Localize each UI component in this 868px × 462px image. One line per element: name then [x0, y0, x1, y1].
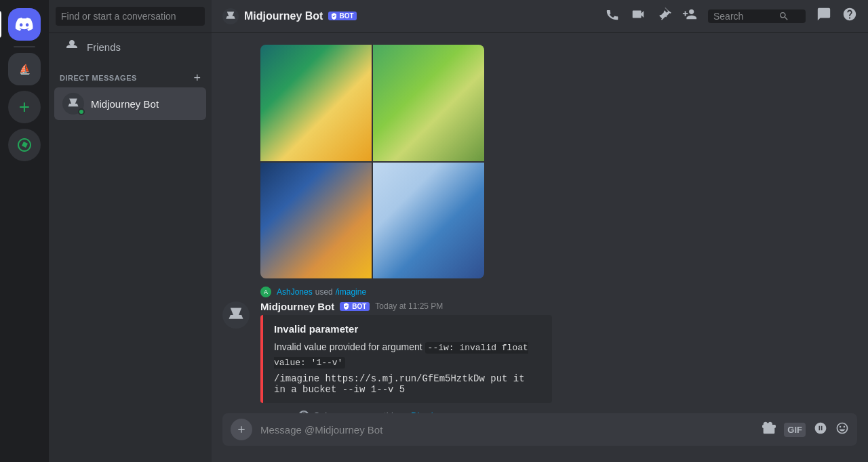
chat-header-left: Midjourney Bot BOT	[222, 8, 597, 24]
dm-search-bar	[49, 0, 212, 33]
chat-input-area: GIF	[212, 413, 868, 462]
bot-avatar	[222, 301, 250, 329]
image-grid	[260, 45, 484, 278]
image-cell-bl	[260, 163, 372, 279]
dm-sidebar: Friends DIRECT MESSAGES + Midjourney Bot	[49, 0, 212, 462]
call-icon[interactable]	[605, 7, 620, 25]
chat-input-field[interactable]	[260, 417, 757, 443]
add-dm-button[interactable]: +	[193, 72, 201, 84]
server-icon-server1[interactable]: ⛵	[8, 53, 41, 85]
friends-label: Friends	[87, 41, 121, 53]
header-verified-badge: BOT	[328, 10, 356, 22]
chat-input-box: GIF	[222, 413, 857, 446]
friends-icon	[65, 40, 79, 54]
chat-input-icons: GIF	[762, 421, 849, 438]
bot-badge-wrapper: BOT	[340, 300, 370, 312]
bot-badge: BOT	[340, 302, 370, 311]
emoji-icon[interactable]	[835, 421, 849, 438]
chat-main: Midjourney Bot BOT	[212, 0, 868, 462]
error-embed: Invalid parameter Invalid value provided…	[260, 315, 552, 403]
used-command-row: A AshJones used /imagine	[212, 284, 868, 299]
eye-icon	[298, 408, 309, 413]
chat-messages: A AshJones used /imagine Midjourney Bot …	[212, 33, 868, 413]
image-cell-tl	[260, 45, 372, 161]
dm-user-name-midjourney: Midjourney Bot	[91, 98, 159, 110]
used-action: used	[315, 287, 333, 297]
bot-message-content: Midjourney Bot BOT Today at 11:25 PM Inv…	[260, 300, 857, 413]
search-icon	[778, 11, 789, 22]
error-title: Invalid parameter	[274, 323, 541, 335]
gif-button[interactable]: GIF	[784, 423, 806, 437]
direct-messages-label: DIRECT MESSAGES	[60, 74, 137, 82]
server1-symbol: ⛵	[19, 64, 31, 75]
server-divider	[14, 46, 35, 47]
header-search	[708, 9, 806, 23]
dm-avatar-midjourney	[62, 93, 84, 114]
friends-item[interactable]: Friends	[54, 35, 206, 60]
status-dot-midjourney	[78, 108, 85, 115]
server-icon-home[interactable]	[8, 8, 41, 41]
bot-message-name[interactable]: Midjourney Bot	[260, 301, 334, 312]
dm-search-input[interactable]	[56, 7, 205, 26]
header-search-input[interactable]	[713, 11, 774, 22]
error-body: Invalid value provided for argument --iw…	[274, 340, 541, 369]
dm-section-header: DIRECT MESSAGES +	[49, 61, 212, 87]
bot-message-error: Midjourney Bot BOT Today at 11:25 PM Inv…	[212, 299, 868, 413]
bot-message-header: Midjourney Bot BOT Today at 11:25 PM	[260, 300, 857, 312]
image-grid-message	[212, 43, 868, 284]
chat-header: Midjourney Bot BOT	[212, 0, 868, 33]
verified-bot-label: BOT	[339, 12, 353, 20]
header-avatar	[222, 8, 239, 24]
ephemeral-notice: Only you can see this • Dismiss message	[260, 408, 857, 413]
add-attachment-button[interactable]	[231, 419, 252, 440]
image-cell-tr	[373, 45, 484, 161]
sticker-icon[interactable]	[814, 421, 827, 438]
add-friend-icon[interactable]	[682, 7, 697, 25]
header-bot-name: Midjourney Bot	[244, 10, 323, 22]
inbox-icon[interactable]	[816, 7, 831, 25]
used-command-user[interactable]: AshJones	[277, 287, 313, 297]
dm-user-item-midjourney[interactable]: Midjourney Bot	[54, 87, 206, 120]
error-body-line1: Invalid value provided for argument	[274, 341, 425, 352]
dismiss-message-link[interactable]: Dismiss message	[411, 411, 480, 414]
ephemeral-text: Only you can see this • Dismiss message	[313, 411, 480, 414]
header-icons	[605, 7, 857, 25]
used-command-link[interactable]: /imagine	[336, 287, 366, 297]
error-command: /imagine https://s.mj.run/GfEm5HztkDw pu…	[274, 373, 541, 395]
image-cell-br	[373, 163, 484, 279]
pin-icon[interactable]	[656, 7, 671, 25]
bot-message-timestamp: Today at 11:25 PM	[375, 301, 443, 311]
add-server-button[interactable]: +	[8, 91, 41, 123]
gift-icon[interactable]	[762, 421, 776, 438]
explore-button[interactable]	[8, 129, 41, 161]
server-sidebar: ⛵ +	[0, 0, 49, 462]
used-avatar: A	[260, 287, 271, 297]
video-icon[interactable]	[631, 7, 646, 25]
help-icon[interactable]	[842, 7, 857, 25]
bot-badge-label: BOT	[352, 303, 366, 310]
